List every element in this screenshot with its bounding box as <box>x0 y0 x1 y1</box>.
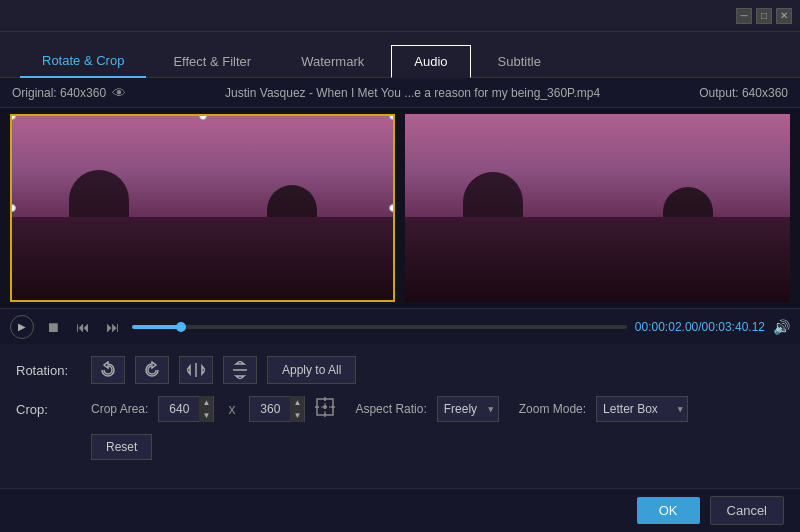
aspect-ratio-select[interactable]: Freely 16:9 4:3 1:1 9:16 <box>437 396 499 422</box>
svg-rect-2 <box>178 262 181 280</box>
ok-button[interactable]: OK <box>637 497 700 524</box>
crop-width-up[interactable]: ▲ <box>199 396 213 409</box>
svg-rect-36 <box>604 264 605 282</box>
crop-height-field[interactable] <box>250 402 290 416</box>
svg-rect-30 <box>588 264 589 282</box>
zoom-mode-select[interactable]: Letter Box Pan & Scan Full <box>596 396 688 422</box>
original-info: Original: 640x360 👁 <box>12 85 126 101</box>
prev-frame-button[interactable]: ⏮ <box>72 317 94 337</box>
figure-left <box>69 170 129 270</box>
crop-height-up[interactable]: ▲ <box>290 396 304 409</box>
svg-rect-43 <box>623 264 625 282</box>
total-time: 00:03:40.12 <box>702 320 765 334</box>
reset-row: Reset <box>16 434 784 460</box>
crop-handle-tr[interactable] <box>389 114 395 120</box>
svg-rect-32 <box>593 264 594 282</box>
current-time: 00:00:02.00 <box>635 320 698 334</box>
file-info-bar: Original: 640x360 👁 Justin Vasquez - Whe… <box>0 78 800 108</box>
crop-handle-br[interactable] <box>389 296 395 302</box>
svg-rect-14 <box>211 262 214 280</box>
svg-rect-26 <box>577 264 578 282</box>
tab-bar: Rotate & Crop Effect & Filter Watermark … <box>0 32 800 78</box>
svg-rect-21 <box>231 262 233 280</box>
svg-rect-11 <box>204 262 205 280</box>
tab-effect-filter[interactable]: Effect & Filter <box>150 45 274 78</box>
left-video-frame: VJ ARTISTIC <box>10 114 395 302</box>
crop-height-down[interactable]: ▼ <box>290 409 304 422</box>
rotation-label: Rotation: <box>16 363 81 378</box>
left-preview: VJ ARTISTIC <box>10 114 395 302</box>
right-video-frame: VJ ARTISTIC <box>405 114 790 302</box>
svg-rect-41 <box>617 264 620 282</box>
svg-rect-3 <box>182 262 183 280</box>
svg-rect-20 <box>228 262 230 280</box>
stop-button[interactable]: ⏹ <box>42 317 64 337</box>
figure-right-r <box>663 187 713 272</box>
reset-button[interactable]: Reset <box>91 434 152 460</box>
crop-width-spinner[interactable]: ▲ ▼ <box>199 396 213 422</box>
svg-rect-10 <box>200 262 203 280</box>
crop-width-down[interactable]: ▼ <box>199 409 213 422</box>
svg-rect-44 <box>626 264 628 282</box>
svg-rect-18 <box>222 262 225 280</box>
svg-rect-17 <box>220 262 221 280</box>
controls-panel: Rotation: Apply to All Crop: Crop Area: <box>0 344 800 484</box>
minimize-button[interactable]: ─ <box>736 8 752 24</box>
rotate-left-button[interactable] <box>91 356 125 384</box>
aspect-ratio-wrapper[interactable]: Freely 16:9 4:3 1:1 9:16 ▼ <box>437 396 499 422</box>
crop-handle-ml[interactable] <box>10 204 16 212</box>
close-button[interactable]: ✕ <box>776 8 792 24</box>
tab-watermark[interactable]: Watermark <box>278 45 387 78</box>
crop-handle-tm[interactable] <box>199 114 207 120</box>
svg-rect-34 <box>599 264 600 282</box>
play-button[interactable]: ▶ <box>10 315 34 339</box>
zoom-mode-wrapper[interactable]: Letter Box Pan & Scan Full ▼ <box>596 396 688 422</box>
eye-icon[interactable]: 👁 <box>112 85 126 101</box>
flip-horizontal-button[interactable] <box>179 356 213 384</box>
svg-rect-15 <box>215 262 216 280</box>
title-bar: ─ □ ✕ <box>0 0 800 32</box>
figure-right <box>267 185 317 270</box>
volume-icon[interactable]: 🔊 <box>773 319 790 335</box>
cancel-button[interactable]: Cancel <box>710 496 784 525</box>
svg-rect-16 <box>217 262 219 280</box>
svg-rect-8 <box>195 262 197 280</box>
figure-left-r <box>463 172 523 272</box>
svg-text:VJ ARTISTIC: VJ ARTISTIC <box>581 283 614 289</box>
barcode-left: VJ ARTISTIC <box>173 262 233 290</box>
progress-bar[interactable] <box>132 325 627 329</box>
rotate-right-button[interactable] <box>135 356 169 384</box>
flip-vertical-button[interactable] <box>223 356 257 384</box>
crop-handle-bm[interactable] <box>199 296 207 302</box>
svg-rect-28 <box>582 264 583 282</box>
svg-rect-38 <box>610 264 611 282</box>
tab-rotate-crop[interactable]: Rotate & Crop <box>20 45 146 78</box>
tab-audio[interactable]: Audio <box>391 45 470 78</box>
time-display: 00:00:02.00/00:03:40.12 <box>635 320 765 334</box>
crop-handle-tl[interactable] <box>10 114 16 120</box>
svg-point-49 <box>323 405 327 409</box>
svg-rect-25 <box>573 264 576 282</box>
crop-handle-mr[interactable] <box>389 204 395 212</box>
svg-rect-0 <box>173 262 175 280</box>
tab-subtitle[interactable]: Subtitle <box>475 45 564 78</box>
apply-to-all-button[interactable]: Apply to All <box>267 356 356 384</box>
svg-rect-35 <box>601 264 603 282</box>
svg-rect-40 <box>615 264 616 282</box>
output-info: Output: 640x360 <box>699 86 788 100</box>
svg-rect-4 <box>184 262 186 280</box>
original-label: Original: 640x360 <box>12 86 106 100</box>
crop-handle-bl[interactable] <box>10 296 16 302</box>
svg-rect-33 <box>595 264 598 282</box>
crop-height-spinner[interactable]: ▲ ▼ <box>290 396 304 422</box>
progress-fill <box>132 325 181 329</box>
crop-width-field[interactable] <box>159 402 199 416</box>
crop-height-input[interactable]: ▲ ▼ <box>249 396 305 422</box>
crop-width-input[interactable]: ▲ ▼ <box>158 396 214 422</box>
svg-rect-39 <box>612 264 614 282</box>
maximize-button[interactable]: □ <box>756 8 772 24</box>
progress-handle[interactable] <box>176 322 186 332</box>
svg-rect-27 <box>579 264 581 282</box>
crop-position-icon[interactable] <box>315 397 335 422</box>
next-frame-button[interactable]: ⏭ <box>102 317 124 337</box>
